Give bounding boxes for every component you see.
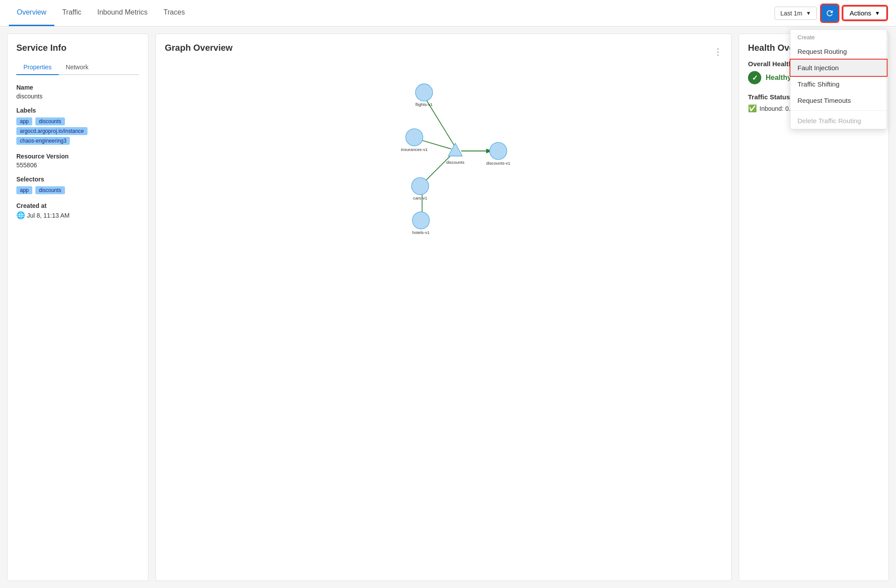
sub-tab-network[interactable]: Network [59, 60, 95, 75]
time-selector-label: Last 1m [780, 10, 802, 17]
labels-badges: app discounts argocd.argoproj.io/instanc… [16, 117, 139, 146]
node-insurances-v1[interactable] [406, 129, 423, 146]
selector-badge-app: app [16, 186, 32, 194]
node-label-insurances-v1: insurances-v1 [401, 147, 428, 152]
created-at-value: 🌐 Jul 8, 11:13 AM [16, 211, 139, 219]
graph-menu-icon[interactable]: ⋮ [714, 46, 722, 57]
node-discounts[interactable] [448, 143, 463, 156]
globe-icon: 🌐 [16, 211, 25, 219]
name-value: discounts [16, 93, 139, 100]
tab-inbound-metrics[interactable]: Inbound Metrics [89, 0, 156, 26]
name-label: Name [16, 84, 139, 91]
node-flights-v1[interactable] [415, 84, 433, 101]
inbound-check-icon: ✅ [748, 104, 757, 113]
service-info-panel: Service Info Properties Network Name dis… [7, 34, 148, 581]
time-selector[interactable]: Last 1m ▼ [775, 7, 817, 20]
tab-overview[interactable]: Overview [9, 0, 54, 26]
graph-svg: flights-v1 insurances-v1 discounts disco… [165, 67, 722, 235]
actions-dropdown: Create Request Routing Fault Injection T… [790, 29, 887, 129]
node-label-hotels-v1: hotels-v1 [412, 230, 429, 235]
graph-overview-panel: Graph Overview ⋮ [156, 34, 732, 581]
graph-header: Graph Overview ⋮ [165, 43, 722, 60]
node-cars-v1[interactable] [412, 177, 429, 195]
graph-title: Graph Overview [165, 43, 232, 53]
created-at-label: Created at [16, 202, 139, 209]
service-info-title: Service Info [16, 43, 139, 53]
label-badge-argocd: argocd.argoproj.io/instance [16, 127, 87, 135]
health-status-text: Healthy [766, 74, 791, 82]
selector-badge-discounts: discounts [35, 186, 65, 194]
top-bar: Overview Traffic Inbound Metrics Traces … [0, 0, 896, 26]
actions-label: Actions [850, 9, 871, 17]
dropdown-divider [790, 110, 887, 111]
node-hotels-v1[interactable] [412, 212, 429, 229]
labels-label: Labels [16, 107, 139, 114]
label-badge-chaos: chaos-engineering3 [16, 137, 70, 145]
refresh-button[interactable] [821, 5, 838, 22]
label-badge-app: app [16, 117, 32, 125]
chevron-down-icon: ▼ [875, 10, 880, 16]
chevron-down-icon: ▼ [806, 10, 811, 16]
refresh-icon [825, 9, 834, 18]
health-check-icon: ✓ [748, 71, 761, 84]
node-label-flights-v1: flights-v1 [415, 102, 433, 107]
actions-button[interactable]: Actions ▼ [843, 6, 887, 20]
inbound-value: Inbound: 0.0 [759, 105, 794, 112]
create-section-label: Create [790, 30, 887, 43]
tab-traces[interactable]: Traces [156, 0, 193, 26]
tab-traffic[interactable]: Traffic [54, 0, 90, 26]
dropdown-fault-injection[interactable]: Fault Injection [790, 60, 887, 76]
resource-version-value: 555806 [16, 162, 139, 169]
label-badge-discounts: discounts [35, 117, 65, 125]
top-right-controls: Last 1m ▼ Actions ▼ Create Request Routi… [775, 5, 887, 22]
selectors-label: Selectors [16, 176, 139, 183]
service-sub-tabs: Properties Network [16, 60, 139, 75]
graph-area: flights-v1 insurances-v1 discounts disco… [165, 67, 722, 235]
resource-version-label: Resource Version [16, 153, 139, 160]
node-label-discounts: discounts [446, 160, 464, 165]
dropdown-delete-traffic-routing[interactable]: Delete Traffic Routing [790, 113, 887, 129]
dropdown-request-timeouts[interactable]: Request Timeouts [790, 92, 887, 109]
node-discounts-v1[interactable] [490, 143, 507, 160]
dropdown-request-routing[interactable]: Request Routing [790, 43, 887, 60]
node-label-discounts-v1: discounts-v1 [486, 161, 510, 166]
selectors-badges: app discounts [16, 185, 139, 195]
dropdown-traffic-shifting[interactable]: Traffic Shifting [790, 76, 887, 92]
node-label-cars-v1: cars-v1 [413, 196, 427, 200]
sub-tab-properties[interactable]: Properties [16, 60, 59, 75]
main-tabs: Overview Traffic Inbound Metrics Traces [9, 0, 193, 26]
main-content: Service Info Properties Network Name dis… [0, 26, 896, 588]
edge-cars-discounts [422, 155, 451, 184]
